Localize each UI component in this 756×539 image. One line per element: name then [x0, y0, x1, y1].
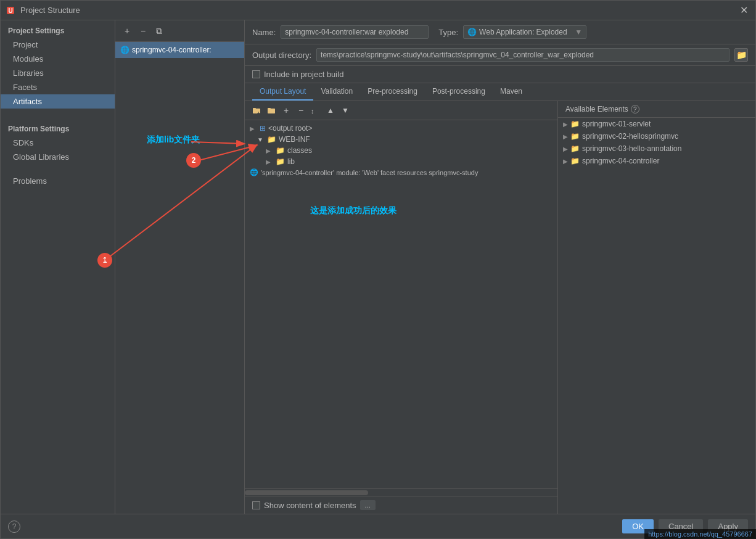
- tree-label-web-inf: WEB-INF: [279, 135, 310, 144]
- ok-button[interactable]: OK: [622, 519, 654, 533]
- remove-element-button[interactable]: −: [294, 104, 308, 117]
- available-elements-header: Available Elements ?: [558, 101, 755, 118]
- available-item-hellospringmvc[interactable]: ▶ 📁 springmvc-02-hellospringmvc: [558, 130, 755, 142]
- horizontal-scrollbar[interactable]: [245, 488, 557, 496]
- available-label-hellospringmvc: springmvc-02-hellospringmvc: [582, 132, 678, 141]
- add-artifact-button[interactable]: +: [120, 24, 134, 38]
- type-dropdown-icon: ▼: [575, 28, 582, 36]
- svg-text:+: +: [257, 110, 260, 115]
- app-icon: U: [6, 6, 15, 15]
- show-content-btn[interactable]: ...: [360, 500, 376, 510]
- type-select[interactable]: 🌐 Web Application: Exploded ▼: [463, 25, 586, 39]
- tree-label-lib: lib: [287, 157, 295, 166]
- close-button[interactable]: ✕: [738, 4, 750, 16]
- artifact-icon: 🌐: [120, 46, 129, 54]
- available-item-controller[interactable]: ▶ 📁 springmvc-04-controller: [558, 155, 755, 167]
- tab-post-processing[interactable]: Post-processing: [425, 83, 493, 101]
- tree-item-output-root[interactable]: ▶ ⊞ <output root>: [245, 123, 557, 134]
- output-dir-row: Output directory: 📁: [245, 44, 755, 66]
- sidebar-item-facets[interactable]: Facets: [1, 80, 115, 94]
- module-icon-servlet: 📁: [570, 120, 580, 128]
- move-up-button[interactable]: ▲: [324, 104, 337, 117]
- layout-toolbar: + + −: [245, 101, 557, 120]
- tab-pre-processing[interactable]: Pre-processing: [360, 83, 425, 101]
- folder-icon-classes: 📁: [276, 146, 285, 155]
- available-elements-panel: Available Elements ? ▶ 📁 springmvc-01-se…: [558, 101, 755, 514]
- include-row: Include in project build: [245, 66, 755, 83]
- detail-panel: Name: Type: 🌐 Web Application: Exploded …: [245, 20, 755, 514]
- module-icon-hellospringmvc: 📁: [570, 132, 580, 141]
- tab-maven[interactable]: Maven: [493, 83, 530, 101]
- svg-text:U: U: [8, 7, 12, 14]
- folder-icon-web-inf: 📁: [267, 135, 276, 144]
- tab-output-layout[interactable]: Output Layout: [252, 83, 313, 101]
- sidebar-item-project[interactable]: Project: [1, 38, 115, 52]
- show-content-label: Show content of elements: [264, 501, 356, 510]
- tree-item-classes[interactable]: ▶ 📁 classes: [245, 145, 557, 156]
- sidebar-item-libraries[interactable]: Libraries: [1, 66, 115, 80]
- available-arrow-controller: ▶: [563, 158, 568, 165]
- folder-icon-lib: 📁: [276, 157, 285, 166]
- artifact-item[interactable]: 🌐 springmvc-04-controller:: [115, 42, 244, 58]
- svg-text:↕: ↕: [311, 107, 314, 115]
- sidebar-item-artifacts[interactable]: Artifacts: [1, 94, 115, 109]
- available-arrow-annotation: ▶: [563, 146, 568, 152]
- output-dir-label: Output directory:: [252, 51, 311, 60]
- remove-artifact-button[interactable]: −: [136, 24, 150, 38]
- show-content-checkbox[interactable]: [252, 501, 260, 509]
- right-panel: + − ⧉ 🌐 springmvc-04-controller: Name:: [115, 20, 755, 514]
- sidebar-item-global-libraries[interactable]: Global Libraries: [1, 150, 115, 164]
- add-element-button[interactable]: +: [279, 104, 293, 117]
- output-dir-input[interactable]: [316, 48, 729, 62]
- tree-arrow-lib: ▶: [266, 158, 273, 165]
- name-field-row: Name:: [252, 25, 429, 39]
- svg-rect-3: [253, 108, 256, 110]
- sidebar: Project Settings Project Modules Librari…: [1, 20, 115, 514]
- folder-browse-icon: 📁: [736, 50, 747, 60]
- platform-settings-header: Platform Settings: [1, 118, 115, 136]
- titlebar: U Project Structure ✕: [1, 1, 755, 20]
- artifact-item-label: springmvc-04-controller:: [132, 46, 212, 54]
- name-input[interactable]: [281, 25, 429, 39]
- sort-button[interactable]: ↕: [309, 104, 323, 117]
- bottom-left: ?: [8, 520, 20, 533]
- tree-item-web-inf[interactable]: ▼ 📁 WEB-INF: [245, 134, 557, 145]
- artifact-toolbar: + − ⧉: [115, 20, 244, 42]
- module-icon-annotation: 📁: [570, 144, 580, 153]
- available-help-icon[interactable]: ?: [631, 105, 639, 113]
- tree-item-lib[interactable]: ▶ 📁 lib: [245, 156, 557, 167]
- tree-item-module-resource[interactable]: 🌐 'springmvc-04-controller' module: 'Web…: [245, 167, 557, 178]
- available-arrow-hellospringmvc: ▶: [563, 133, 568, 140]
- bottom-right: OK Cancel Apply: [622, 519, 748, 533]
- available-elements-label: Available Elements: [565, 105, 628, 113]
- module-icon-controller: 📁: [570, 157, 580, 165]
- svg-rect-6: [268, 108, 271, 110]
- sidebar-item-modules[interactable]: Modules: [1, 52, 115, 66]
- help-button[interactable]: ?: [8, 520, 20, 533]
- sidebar-item-problems[interactable]: Problems: [1, 174, 115, 188]
- cancel-button[interactable]: Cancel: [659, 519, 703, 533]
- tabs-bar: Output Layout Validation Pre-processing …: [245, 83, 755, 101]
- window-title: Project Structure: [20, 6, 738, 15]
- available-item-annotation[interactable]: ▶ 📁 springmvc-03-hello-annotation: [558, 142, 755, 155]
- folder-button[interactable]: [265, 104, 278, 117]
- available-label-annotation: springmvc-03-hello-annotation: [582, 144, 681, 153]
- type-field-row: Type: 🌐 Web Application: Exploded ▼: [438, 25, 586, 39]
- available-item-servlet[interactable]: ▶ 📁 springmvc-01-servlet: [558, 118, 755, 130]
- bottom-bar: ? OK Cancel Apply: [1, 514, 755, 538]
- module-resource-icon: 🌐: [250, 168, 258, 176]
- tab-validation[interactable]: Validation: [313, 83, 360, 101]
- name-label: Name:: [252, 28, 276, 37]
- tree-arrow-web-inf: ▼: [257, 136, 265, 143]
- tree-label-output-root: <output root>: [268, 124, 312, 133]
- type-value: Web Application: Exploded: [479, 28, 567, 36]
- include-checkbox[interactable]: [252, 70, 260, 78]
- browse-output-dir-button[interactable]: 📁: [734, 48, 748, 62]
- create-dir-button[interactable]: +: [250, 104, 263, 117]
- sidebar-item-sdks[interactable]: SDKs: [1, 136, 115, 150]
- move-down-button[interactable]: ▼: [339, 104, 352, 117]
- apply-button[interactable]: Apply: [708, 519, 748, 533]
- copy-artifact-button[interactable]: ⧉: [152, 24, 166, 38]
- tree-arrow-classes: ▶: [266, 147, 273, 154]
- show-content-row: Show content of elements ...: [245, 496, 557, 514]
